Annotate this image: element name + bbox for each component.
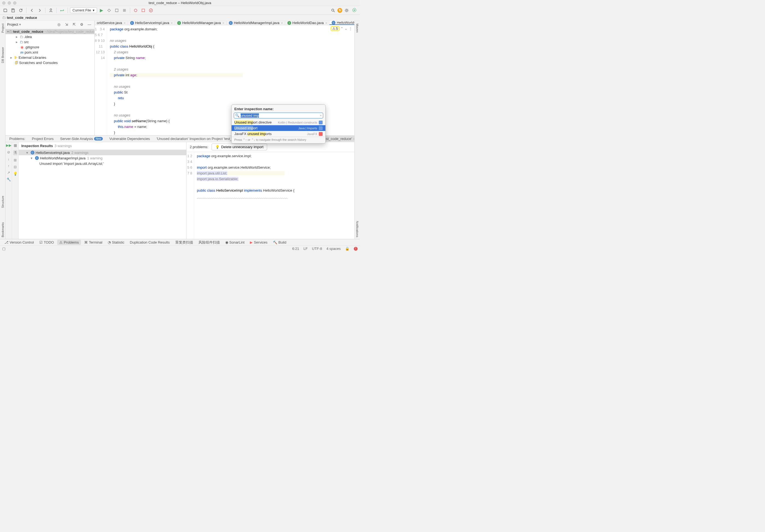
locate-icon[interactable]: ◎ — [56, 21, 62, 28]
error-indicator[interactable]: ! — [354, 247, 358, 251]
max-dot[interactable] — [13, 1, 16, 5]
sidebar-tab-db[interactable]: DB Browser — [1, 45, 5, 65]
tree-idea[interactable]: ▸🗀.idea — [5, 34, 94, 39]
delete-import-button[interactable]: 💡 Delete unnecessary import — [212, 144, 267, 150]
expand-all-icon[interactable]: ⊞ — [14, 158, 17, 162]
editor-tab-active[interactable]: CHelloWorldObj.java× — [330, 21, 354, 25]
sidebar-tab-bookmarks[interactable]: Bookmarks — [1, 221, 5, 239]
cursor-position[interactable]: 6:21 — [292, 247, 299, 251]
tool-chongfu[interactable]: 重复类扫描 — [173, 240, 195, 246]
tool-problems[interactable]: ⚠Problems — [57, 240, 81, 245]
tool-todo[interactable]: ☑TODO — [37, 240, 56, 245]
save-icon[interactable] — [10, 7, 16, 14]
indent[interactable]: 4 spaces — [327, 247, 341, 251]
refresh-icon[interactable] — [18, 7, 24, 14]
group-icon[interactable]: ▦ — [14, 143, 17, 147]
status-square-icon[interactable]: ▢ — [2, 247, 5, 251]
inspection-file-row[interactable]: ▾C HelloServiceImpl.java2 warnings — [19, 150, 186, 155]
expand-icon[interactable]: ⇲ — [63, 21, 70, 28]
tab-vuln-deps[interactable]: Vulnerable Dependencies — [107, 136, 153, 142]
popup-input[interactable]: unused imp — [241, 114, 320, 118]
stop-icon[interactable]: ⊘ — [7, 150, 10, 154]
ide-update-icon[interactable]: ↻ — [338, 8, 342, 13]
up-icon[interactable]: ↑ — [8, 164, 10, 168]
inspection-file-row[interactable]: ▾C HelloWorldManagerImpl.java1 warning — [19, 155, 186, 161]
tree-pom[interactable]: mpom.xml — [5, 50, 94, 55]
down-icon[interactable]: ↓ — [8, 157, 10, 161]
tree-ext-libs[interactable]: ▸⊪External Libraries — [5, 55, 94, 60]
popup-search-field[interactable]: 🔍 unused imp × — [234, 113, 323, 118]
tool-statistic[interactable]: ◔Statistic — [106, 240, 127, 245]
close-icon[interactable]: × — [325, 21, 327, 25]
avatar-icon[interactable] — [48, 7, 54, 14]
collapse-all-icon[interactable]: ⊟ — [14, 165, 17, 169]
tool-terminal[interactable]: ⌘Terminal — [82, 240, 104, 245]
popup-item[interactable]: JavaFX unused imports JavaFX — [232, 131, 325, 137]
min-dot[interactable] — [8, 1, 11, 5]
editor-tab[interactable]: IHelloWorldDao.java× — [285, 21, 330, 25]
tool-build[interactable]: 🔨Build — [271, 240, 289, 245]
back-icon[interactable] — [29, 7, 35, 14]
search-icon[interactable] — [330, 7, 336, 14]
close-icon[interactable]: × — [281, 21, 283, 25]
popup-item[interactable]: Unused import directive Kotlin | Redunda… — [232, 120, 325, 125]
chevron-down-icon[interactable]: ▾ — [19, 22, 21, 27]
inspect-circle-icon[interactable] — [132, 7, 139, 14]
run-icon[interactable]: ▶ — [98, 7, 105, 14]
settings-icon[interactable]: 🔧 — [7, 178, 11, 182]
inspect-square-icon[interactable] — [140, 7, 147, 14]
inspection-tree[interactable]: Inspection Results3 warnings ▾C HelloSer… — [19, 142, 187, 239]
tab-project-errors[interactable]: Project Errors — [29, 136, 56, 142]
editor-tab[interactable]: CHelloWorldManagerImpl.java× — [227, 21, 285, 25]
breadcrumb-root[interactable]: test_code_reduce — [7, 16, 37, 20]
editor-tab[interactable]: IHelloWorldManager.java× — [175, 21, 227, 25]
tree-root[interactable]: ▾🗀 test_code_reduce ~/IdeaProjects/test_… — [5, 29, 94, 34]
encoding[interactable]: UTF-8 — [312, 247, 322, 251]
run-config-select[interactable]: Current File ▾ — [70, 7, 97, 13]
rerun-icon[interactable]: ▶▶ — [6, 143, 11, 147]
forward-icon[interactable] — [36, 7, 43, 14]
line-sep[interactable]: LF — [304, 247, 308, 251]
sidebar-tab-notifications[interactable]: Notifications — [355, 219, 360, 239]
lock-icon[interactable]: 🔒 — [345, 247, 350, 251]
sidebar-tab-maven[interactable]: Maven — [355, 22, 360, 34]
tool-duplication[interactable]: Duplication Code Results — [128, 240, 172, 245]
inspect-check-icon[interactable] — [148, 7, 154, 14]
editor-tab[interactable]: orldService.java× — [95, 21, 128, 25]
up-icon[interactable]: ⌃ — [341, 27, 344, 31]
debug-icon[interactable] — [106, 7, 112, 14]
tool-services[interactable]: ▶Services — [248, 240, 270, 245]
gear-icon[interactable] — [344, 7, 350, 14]
inspection-issue-row[interactable]: Unused import 'import java.util.ArrayLis… — [19, 161, 186, 166]
clear-icon[interactable]: × — [320, 114, 322, 118]
collapse-icon[interactable]: ⇱ — [71, 21, 77, 28]
close-icon[interactable]: × — [171, 21, 173, 25]
warning-badge[interactable]: ⚠ 5 — [331, 26, 339, 31]
coverage-icon[interactable] — [114, 7, 120, 14]
open-icon[interactable] — [2, 7, 9, 14]
close-icon[interactable]: × — [223, 21, 224, 25]
stop-icon[interactable] — [121, 7, 128, 14]
close-icon[interactable]: × — [124, 21, 126, 25]
tree-scratches[interactable]: 🗐Scratches and Consoles — [5, 60, 94, 65]
popup-item-selected[interactable]: Unused import Java | Imports — [232, 125, 325, 131]
filter-icon[interactable]: ⚗ — [13, 150, 18, 155]
tree-gitignore[interactable]: ◉.gitignore — [5, 45, 94, 50]
code-with-me-icon[interactable]: ⦿ — [351, 7, 358, 14]
hide-icon[interactable]: — — [86, 21, 93, 28]
code-editor[interactable]: ⚠ 5 ⌃ ⌄ ⋮ 1 3 4 5 6 7 8 9 10 11 12 13 14… — [95, 25, 354, 135]
project-tree[interactable]: ▾🗀 test_code_reduce ~/IdeaProjects/test_… — [5, 28, 94, 135]
more-icon[interactable]: ⋮ — [349, 27, 352, 31]
preview-code[interactable]: 1 2 3 4 5 6 7 8 package org.example.serv… — [187, 152, 354, 239]
down-icon[interactable]: ⌄ — [345, 27, 348, 31]
tool-sonar[interactable]: ◉SonarLint — [223, 240, 247, 245]
sync-icon[interactable] — [59, 7, 65, 14]
tree-src[interactable]: ▸🗀src — [5, 39, 94, 45]
gear-icon[interactable]: ⚙ — [79, 21, 85, 28]
sidebar-tab-structure[interactable]: Structure — [1, 194, 5, 210]
tab-server-analysis[interactable]: Server-Side AnalysisNew — [57, 136, 106, 142]
sidebar-tab-project[interactable]: Project — [1, 22, 5, 34]
tool-vcs[interactable]: ⎇Version Control — [2, 240, 36, 245]
close-dot[interactable] — [2, 1, 5, 5]
export-icon[interactable]: ↗ — [7, 171, 10, 175]
